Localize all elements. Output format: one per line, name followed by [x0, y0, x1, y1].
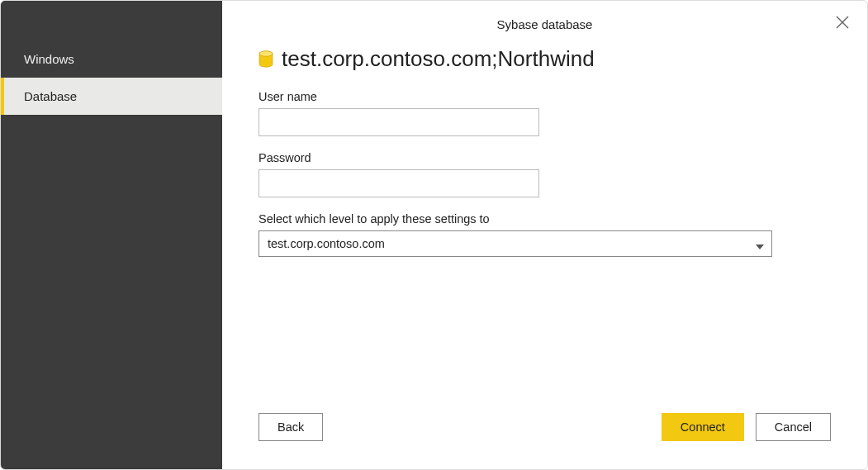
level-select-value: test.corp.contoso.com [268, 237, 385, 250]
credentials-dialog: Windows Database Sybase database [0, 0, 868, 470]
connection-header: test.corp.contoso.com;Northwind [259, 46, 831, 72]
dialog-title: Sybase database [222, 17, 867, 31]
username-label: User name [259, 90, 831, 103]
password-label: Password [259, 151, 831, 164]
password-group: Password [259, 151, 831, 197]
form-content: test.corp.contoso.com;Northwind User nam… [222, 31, 867, 413]
footer-right: Connect Cancel [662, 413, 831, 441]
level-select-wrap: test.corp.contoso.com [259, 230, 772, 257]
level-select[interactable]: test.corp.contoso.com [259, 230, 772, 257]
dialog-footer: Back Connect Cancel [222, 413, 867, 469]
footer-left: Back [259, 413, 323, 441]
back-button[interactable]: Back [259, 413, 323, 441]
connect-button[interactable]: Connect [662, 413, 744, 441]
main-panel: Sybase database test.corp.contoso. [222, 1, 867, 469]
sidebar-item-label: Database [24, 89, 77, 103]
close-icon [832, 21, 852, 35]
password-input[interactable] [259, 169, 539, 197]
auth-type-sidebar: Windows Database [1, 1, 222, 469]
username-group: User name [259, 90, 831, 136]
close-button[interactable] [832, 12, 852, 32]
svg-point-3 [259, 50, 273, 55]
connection-string: test.corp.contoso.com;Northwind [282, 46, 595, 72]
database-icon [259, 50, 273, 69]
level-group: Select which level to apply these settin… [259, 212, 831, 257]
sidebar-item-windows[interactable]: Windows [1, 40, 222, 78]
sidebar-item-label: Windows [24, 52, 74, 66]
username-input[interactable] [259, 108, 539, 136]
cancel-button[interactable]: Cancel [756, 413, 831, 441]
sidebar-item-database[interactable]: Database [1, 78, 222, 115]
level-label: Select which level to apply these settin… [259, 212, 831, 226]
